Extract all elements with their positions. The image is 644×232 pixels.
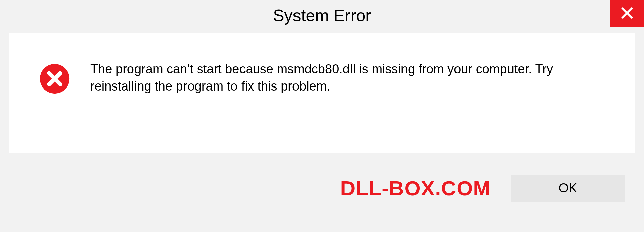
watermark-text: DLL-BOX.COM: [340, 176, 491, 200]
ok-button-label: OK: [559, 181, 577, 195]
error-message: The program can't start because msmdcb80…: [90, 61, 600, 95]
dialog-content: The program can't start because msmdcb80…: [9, 33, 635, 153]
ok-button[interactable]: OK: [511, 175, 625, 202]
window-title: System Error: [273, 6, 371, 25]
close-icon: [620, 5, 635, 22]
dialog-footer: DLL-BOX.COM OK: [9, 153, 635, 224]
close-button[interactable]: [610, 0, 644, 27]
titlebar: System Error: [0, 0, 644, 33]
error-circle-x-icon: [39, 63, 70, 94]
